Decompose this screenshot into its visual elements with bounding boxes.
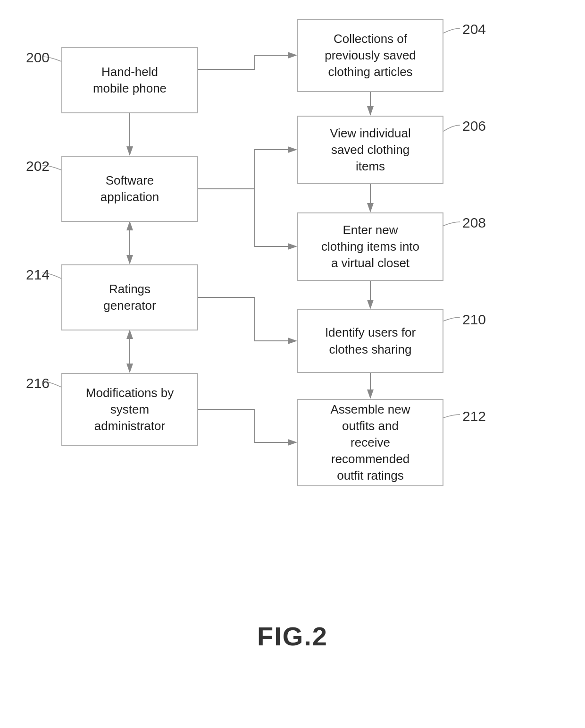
ref-208: 208 [462,215,486,231]
ref-204: 204 [462,21,486,37]
diagram: Hand-heldmobile phone Softwareapplicatio… [0,0,585,680]
ref-214: 214 [26,267,50,283]
ref-216: 216 [26,375,50,391]
box-identify-users-sharing: Identify users forclothes sharing [297,309,443,373]
ref-206: 206 [462,118,486,134]
ref-212: 212 [462,408,486,424]
box-collections-saved-clothing: Collections ofpreviously savedclothing a… [297,19,443,92]
ref-210: 210 [462,312,486,328]
ref-200: 200 [26,50,50,66]
box-assemble-outfits: Assemble newoutfits andreceiverecommende… [297,399,443,486]
box-enter-new-clothing: Enter newclothing items intoa virtual cl… [297,212,443,281]
box-software-application: Softwareapplication [61,156,198,222]
figure-label: FIG.2 [257,621,328,652]
ref-202: 202 [26,158,50,174]
box-ratings-generator: Ratingsgenerator [61,264,198,330]
box-handheld-mobile-phone: Hand-heldmobile phone [61,47,198,113]
box-view-individual-saved: View individualsaved clothingitems [297,116,443,184]
box-modifications-admin: Modifications bysystemadministrator [61,373,198,446]
